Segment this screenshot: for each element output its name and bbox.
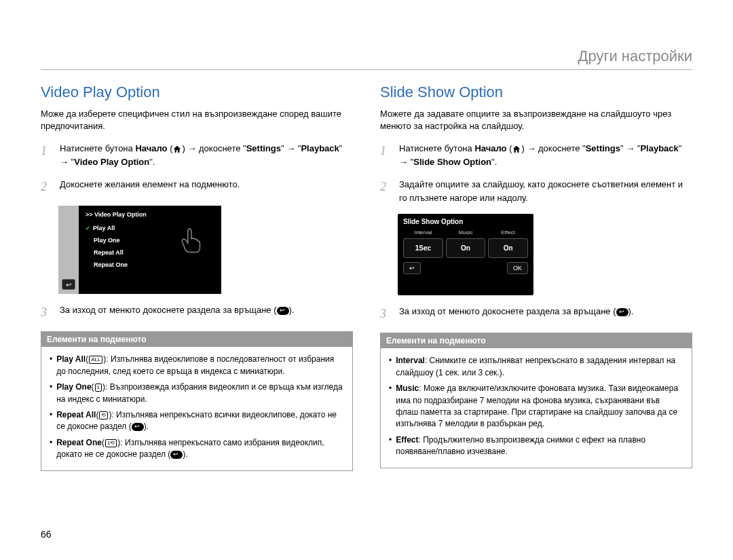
submenu-header: Елементи на подменюто (41, 332, 352, 347)
option-label: Video Play Option (74, 157, 149, 167)
return-icon (170, 451, 183, 459)
submenu-item-repeat-one: • Repeat One(1⟲): Изпълнява непрекъснато… (50, 437, 344, 461)
sso-intro: Можете да задавате опциите за възпроизве… (380, 108, 692, 132)
option-label: Slide Show Option (413, 157, 491, 167)
vpo-step-2: 2 Докоснете желания елемент на подменюто… (41, 178, 353, 196)
home-icon (512, 145, 521, 154)
sso-step-2: 2 Задайте опциите за слайдшоу, като доко… (380, 178, 692, 204)
effect-label: Effect (488, 229, 528, 236)
video-play-option-heading: Video Play Option (41, 83, 353, 101)
vpo-submenu-box: Елементи на подменюто • Play All(ALL): И… (41, 331, 353, 470)
check-icon: ✔ (86, 225, 90, 231)
step-text: Задайте опциите за слайдшоу, като докосн… (399, 178, 692, 204)
step-number: 1 (41, 142, 52, 168)
text: Натиснете бутона (60, 143, 135, 153)
step-text: Докоснете желания елемент на подменюто. (60, 178, 353, 196)
music-label: Music (446, 229, 486, 236)
repeat-one-icon: 1⟲ (105, 439, 117, 447)
text: " → " (620, 143, 640, 153)
playback-label: Playback (301, 143, 339, 153)
step-number: 1 (380, 142, 391, 168)
interval-value: 1Sec (403, 238, 443, 258)
sso-submenu-box: Елементи на подменюто • Interval: Снимки… (380, 333, 692, 468)
left-column: Video Play Option Може да изберете специ… (41, 83, 353, 471)
submenu-item-play-all: • Play All(ALL): Изпълнява видеоклипове … (50, 354, 344, 377)
playback-label: Playback (640, 143, 678, 153)
video-play-option-screenshot: ↩ >> Video Play Option ✔Play All Play On… (58, 206, 221, 294)
sso-step-1: 1 Натиснете бутона Начало () → докоснете… (380, 142, 692, 168)
text: ). (289, 305, 295, 315)
screenshot-back-button: ↩ (62, 279, 75, 290)
home-label: Начало (135, 143, 167, 153)
submenu-header: Елементи на подменюто (381, 333, 692, 348)
play-all-icon: ALL (89, 356, 102, 364)
screenshot-header: >> Video Play Option (86, 211, 214, 218)
text: ". (149, 157, 155, 167)
screenshot-title: Slide Show Option (403, 218, 528, 225)
return-icon (277, 307, 289, 315)
screenshot-item-repeat-one: Repeat One (86, 259, 214, 271)
submenu-item-play-one: • Play One(1): Възпроизвежда избрания ви… (50, 381, 344, 405)
submenu-item-music: • Music: Може да включите/изключите фоно… (389, 383, 683, 430)
text: ). (628, 306, 634, 316)
step-number: 2 (41, 178, 52, 196)
submenu-item-effect: • Effect: Продължително възпроизвежда сн… (389, 434, 683, 458)
sso-step-3: 3 За изход от менюто докоснете раздела з… (380, 305, 692, 323)
text: → докоснете " (187, 143, 246, 153)
text: → докоснете " (527, 143, 585, 153)
settings-label: Settings (246, 143, 281, 153)
return-icon (616, 308, 628, 316)
home-icon (172, 145, 182, 154)
slide-show-option-screenshot: Slide Show Option Interval Music Effect … (398, 214, 533, 295)
repeat-all-icon: ⟲ (99, 411, 108, 419)
step-number: 3 (41, 303, 52, 322)
text: " → " (281, 143, 301, 153)
slide-show-option-heading: Slide Show Option (380, 83, 692, 101)
vpo-step-1: 1 Натиснете бутона Начало () → докоснете… (41, 142, 353, 168)
vpo-intro: Може да изберете специфичен стил на възп… (41, 108, 353, 132)
play-one-icon: 1 (95, 384, 102, 392)
text: Натиснете бутона (399, 143, 474, 153)
vpo-step-3: 3 За изход от менюто докоснете раздела з… (41, 303, 353, 322)
page-number: 66 (41, 529, 52, 540)
page-header-title: Други настройки (41, 48, 692, 70)
screenshot-back-button: ↩ (403, 262, 421, 274)
touch-hand-icon (176, 226, 205, 255)
effect-value: On (488, 238, 528, 258)
step-number: 3 (380, 305, 391, 323)
music-value: On (446, 238, 486, 258)
interval-label: Interval (403, 229, 443, 236)
text: ". (491, 157, 497, 167)
home-label: Начало (474, 143, 506, 153)
text: За изход от менюто докоснете раздела за … (399, 306, 616, 316)
right-column: Slide Show Option Можете да задавате опц… (380, 83, 692, 471)
screenshot-ok-button: OK (507, 262, 528, 274)
return-icon (132, 423, 144, 431)
submenu-item-repeat-all: • Repeat All(⟲): Изпълнява непрекъснато … (50, 409, 344, 433)
settings-label: Settings (586, 143, 620, 153)
text: За изход от менюто докоснете раздела за … (60, 305, 277, 315)
submenu-item-interval: • Interval: Снимките се изпълняват непре… (389, 355, 683, 379)
step-number: 2 (380, 178, 391, 204)
